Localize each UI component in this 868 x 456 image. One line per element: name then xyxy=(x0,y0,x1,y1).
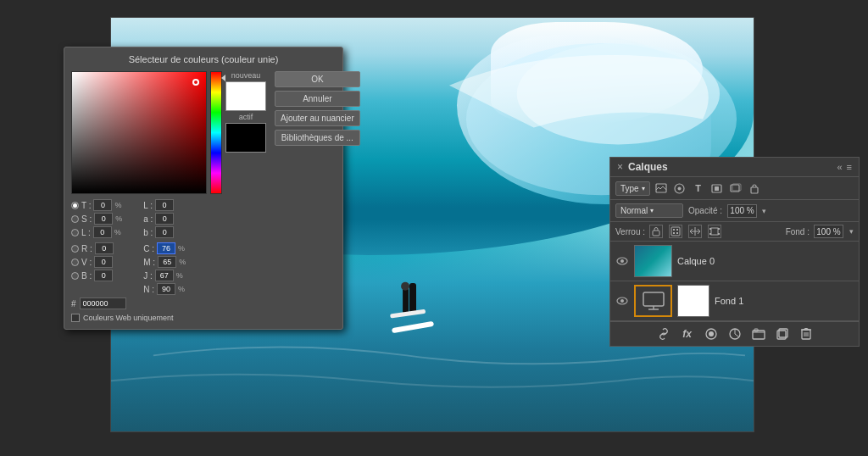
opacity-chevron-icon[interactable]: ▾ xyxy=(762,207,766,215)
b-input[interactable] xyxy=(155,226,174,238)
radio-V[interactable] xyxy=(71,259,79,266)
opacity-input[interactable] xyxy=(727,204,757,218)
T-label: T : xyxy=(81,201,91,210)
svg-point-25 xyxy=(620,259,624,263)
B-label: B : xyxy=(81,271,92,281)
svg-rect-16 xyxy=(676,229,678,231)
eye-icon-calque0[interactable] xyxy=(615,254,629,268)
svg-rect-9 xyxy=(715,186,719,191)
radio-T[interactable] xyxy=(71,202,79,209)
svg-rect-14 xyxy=(671,227,680,236)
svg-rect-15 xyxy=(673,229,675,231)
verrou-label: Verrou : xyxy=(615,227,645,236)
svg-rect-18 xyxy=(676,232,678,234)
svg-rect-12 xyxy=(751,187,758,193)
layer-icon-mask[interactable] xyxy=(709,181,725,196)
N-label: N : xyxy=(143,285,154,294)
R-input[interactable] xyxy=(95,242,114,254)
link-layers-icon[interactable] xyxy=(656,326,671,342)
lock-artboard-icon[interactable] xyxy=(708,225,721,238)
a-input[interactable] xyxy=(155,213,174,225)
lock-row: Verrou : Fond : ▾ xyxy=(610,222,859,242)
group-layers-icon[interactable] xyxy=(751,326,766,342)
b-label: b : xyxy=(143,228,153,237)
svg-rect-13 xyxy=(653,231,659,236)
type-dropdown[interactable]: Type ▾ xyxy=(615,181,650,196)
opacity-label: Opacité : xyxy=(688,206,722,215)
layer-icon-text[interactable]: T xyxy=(691,181,706,196)
lock-all-icon[interactable] xyxy=(649,225,663,238)
layers-close-button[interactable]: × xyxy=(617,161,623,173)
collapse-icon[interactable]: « xyxy=(837,162,842,172)
Lstar-label: L : xyxy=(143,201,153,210)
L-pct: % xyxy=(114,228,121,236)
color-picker-dialog: Sélecteur de couleurs (couleur unie) nou… xyxy=(64,47,343,330)
layer-icon-image[interactable] xyxy=(654,181,669,196)
radio-S[interactable] xyxy=(71,215,79,223)
layers-menu-icon[interactable]: ≡ xyxy=(847,162,852,172)
new-color-swatch xyxy=(225,81,266,111)
N-input[interactable] xyxy=(157,283,175,295)
lock-move-icon[interactable] xyxy=(688,225,702,238)
L-input[interactable] xyxy=(93,226,112,238)
radio-L[interactable] xyxy=(71,229,79,236)
fx-icon[interactable]: fx xyxy=(680,326,695,342)
layer-thumb-calque0 xyxy=(634,245,672,277)
blend-chevron-icon: ▾ xyxy=(650,207,654,214)
adjustment-icon[interactable] xyxy=(727,326,743,342)
C-input[interactable] xyxy=(157,242,175,254)
surfer-silhouette xyxy=(400,279,426,330)
delete-layer-icon[interactable] xyxy=(798,326,814,342)
hue-strip[interactable] xyxy=(210,71,222,194)
B-input[interactable] xyxy=(94,270,113,281)
layers-panel-header: × Calques « ≡ xyxy=(610,158,859,177)
M-input[interactable] xyxy=(158,256,176,268)
S-input[interactable] xyxy=(94,213,113,225)
layer-icon-circle[interactable] xyxy=(672,181,687,196)
V-input[interactable] xyxy=(94,256,113,268)
M-pct: % xyxy=(179,258,186,266)
radio-B[interactable] xyxy=(71,272,79,280)
C-pct: % xyxy=(178,244,185,253)
web-colors-checkbox[interactable] xyxy=(71,314,80,322)
active-color-swatch xyxy=(225,123,266,153)
layer-name-calque0: Calque 0 xyxy=(677,256,715,266)
new-layer-icon[interactable] xyxy=(775,326,790,342)
libraries-button[interactable]: Bibliothèques de ... xyxy=(275,130,360,146)
blend-mode-dropdown[interactable]: Normal ▾ xyxy=(615,203,683,218)
layer-icon-smart[interactable] xyxy=(728,181,743,196)
layers-bottom-toolbar: fx xyxy=(610,321,859,346)
S-pct: % xyxy=(115,214,122,223)
layer-icon-lock[interactable] xyxy=(747,181,762,196)
eye-icon-fond1[interactable] xyxy=(615,294,629,308)
layers-title: Calques xyxy=(628,161,837,173)
svg-rect-19 xyxy=(711,228,718,235)
cancel-button[interactable]: Annuler xyxy=(275,91,360,107)
layer-item-calque0[interactable]: Calque 0 xyxy=(610,242,859,281)
L-label: L : xyxy=(81,228,91,237)
lock-pixels-icon[interactable] xyxy=(669,225,682,238)
J-pct: % xyxy=(176,271,183,280)
Lstar-input[interactable] xyxy=(155,199,174,211)
V-label: V : xyxy=(81,258,92,267)
hex-input[interactable] xyxy=(80,298,126,309)
add-swatch-button[interactable]: Ajouter au nuancier xyxy=(275,110,360,126)
monitor-icon xyxy=(642,292,665,310)
svg-rect-20 xyxy=(709,228,711,230)
fond-chevron-icon[interactable]: ▾ xyxy=(849,227,854,236)
T-input[interactable] xyxy=(93,199,112,211)
blend-opacity-row: Normal ▾ Opacité : ▾ xyxy=(610,200,859,222)
ok-button[interactable]: OK xyxy=(275,71,360,87)
radio-R[interactable] xyxy=(71,245,79,253)
color-gradient-picker[interactable] xyxy=(71,71,207,194)
svg-rect-23 xyxy=(718,233,720,235)
a-label: a : xyxy=(143,214,153,224)
J-input[interactable] xyxy=(155,270,174,281)
active-color-label: actif xyxy=(239,113,253,121)
layer-item-fond1[interactable]: Fond 1 xyxy=(610,281,859,321)
add-mask-icon[interactable] xyxy=(704,326,719,342)
svg-point-27 xyxy=(620,299,624,303)
chevron-down-icon: ▾ xyxy=(642,185,645,192)
fond-input[interactable] xyxy=(814,225,843,238)
color-picker-title: Sélecteur de couleurs (couleur unie) xyxy=(71,54,336,64)
